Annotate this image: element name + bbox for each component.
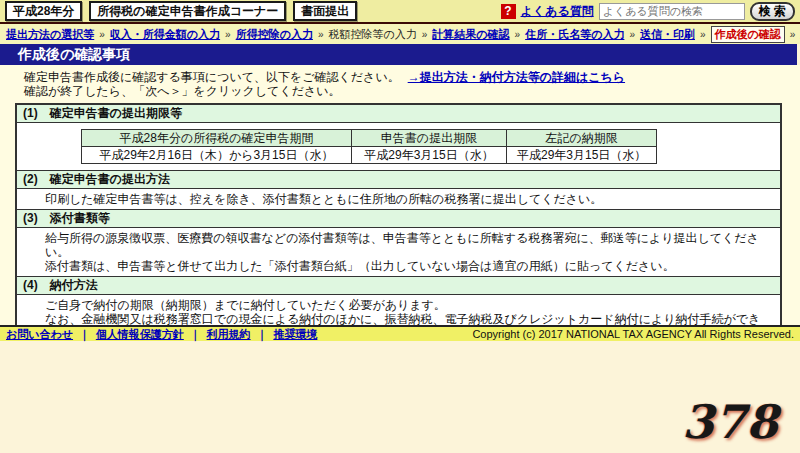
submit-mode-badge: 書面提出 (293, 1, 357, 21)
breadcrumb: 提出方法の選択等 » 収入・所得金額の入力 » 所得控除の入力 » 税額控除等の… (0, 24, 800, 44)
deadline-table-header-cell: 左記の納期限 (507, 130, 657, 147)
deadline-table-value-cell: 平成29年3月15日（水） (507, 147, 657, 164)
section-4-header: (4) 納付方法 (17, 277, 780, 295)
question-mark-icon: ? (501, 4, 516, 19)
breadcrumb-item-deductions[interactable]: 所得控除の入力 (236, 27, 313, 42)
breadcrumb-item-address-name[interactable]: 住所・氏名等の入力 (525, 27, 624, 42)
section-1-number: (1) (23, 107, 38, 120)
intro-line-2: 確認が終了したら、「次へ＞」をクリックしてください。 (24, 84, 800, 98)
breadcrumb-separator: » (422, 29, 428, 40)
breadcrumb-separator: » (700, 29, 706, 40)
section-4-line: ご自身で納付の期限（納期限）までに納付していただく必要があります。 (45, 298, 772, 312)
footer-separator: ｜ (257, 327, 268, 342)
section-4-line: なお、金融機関又は税務署窓口での現金による納付のほかに、振替納税、電子納税及びク… (45, 312, 772, 325)
section-2-body: 印刷した確定申告書等は、控えを除き、添付書類とともに住所地の所轄の税務署に提出し… (17, 189, 780, 210)
intro-line-1: 確定申告書作成後に確認する事項について、以下をご確認ください。→提出方法・納付方… (24, 70, 800, 84)
section-1-title: 確定申告書の提出期限等 (50, 107, 182, 120)
footer-separator: ｜ (79, 327, 90, 342)
breadcrumb-separator: » (225, 29, 231, 40)
footer-bar: お問い合わせ ｜ 個人情報保護方針 ｜ 利用規約 ｜ 推奨環境 Copyrigh… (0, 325, 800, 341)
deadline-table-header-cell: 平成28年分の所得税の確定申告期間 (82, 130, 352, 147)
footer-link-privacy-policy[interactable]: 個人情報保護方針 (96, 327, 184, 342)
section-3-body: 給与所得の源泉徴収票、医療費の領収書などの添付書類等は、申告書等とともに所轄する… (17, 228, 780, 277)
breadcrumb-separator: » (629, 29, 635, 40)
table-row: 平成29年2月16日（木）から3月15日（水） 平成29年3月15日（水） 平成… (82, 147, 657, 164)
section-4-body: ご自身で納付の期限（納期限）までに納付していただく必要があります。 なお、金融機… (17, 295, 780, 325)
details-link[interactable]: →提出方法・納付方法等の詳細はこちら (408, 70, 625, 84)
deadline-table-header-cell: 申告書の提出期限 (352, 130, 507, 147)
top-header-bar: 平成28年分 所得税の確定申告書作成コーナー 書面提出 ? よくある質問 検 索 (0, 0, 800, 24)
section-3-line: 添付書類は、申告書等と併せて出力した「添付書類台紙」（出力していない場合は適宜の… (45, 259, 772, 273)
breadcrumb-separator: » (99, 29, 105, 40)
breadcrumb-item-calc-result[interactable]: 計算結果の確認 (432, 27, 509, 42)
page-title: 作成後の確認事項 (0, 44, 797, 65)
footer-link-contact[interactable]: お問い合わせ (6, 327, 73, 342)
breadcrumb-separator: » (515, 29, 521, 40)
search-input[interactable] (599, 3, 745, 20)
deadline-table-value-cell: 平成29年2月16日（木）から3月15日（水） (82, 147, 352, 164)
footer-separator: ｜ (190, 327, 201, 342)
section-4-number: (4) (23, 279, 38, 292)
section-1-body: 平成28年分の所得税の確定申告期間 申告書の提出期限 左記の納期限 平成29年2… (17, 123, 780, 171)
page-bottom-area: 378 (0, 343, 800, 453)
section-3-line: 給与所得の源泉徴収票、医療費の領収書などの添付書類等は、申告書等とともに所轄する… (45, 231, 772, 259)
breadcrumb-separator: » (318, 29, 324, 40)
section-3-title: 添付書類等 (50, 212, 110, 225)
table-row: 平成28年分の所得税の確定申告期間 申告書の提出期限 左記の納期限 (82, 130, 657, 147)
deadline-table: 平成28年分の所得税の確定申告期間 申告書の提出期限 左記の納期限 平成29年2… (81, 129, 657, 164)
section-4-title: 納付方法 (50, 279, 98, 292)
section-3-header: (3) 添付書類等 (17, 210, 780, 228)
deadline-table-value-cell: 平成29年3月15日（水） (352, 147, 507, 164)
breadcrumb-item-tax-credits: 税額控除等の入力 (328, 27, 416, 42)
footer-link-terms[interactable]: 利用規約 (207, 327, 251, 342)
section-3-number: (3) (23, 212, 38, 225)
section-2-title: 確定申告書の提出方法 (50, 173, 170, 186)
copyright-text: Copyright (c) 2017 NATIONAL TAX AGENCY A… (472, 328, 794, 340)
page-number: 378 (682, 399, 778, 445)
section-2-number: (2) (23, 173, 38, 186)
breadcrumb-item-send-print[interactable]: 送信・印刷 (640, 27, 695, 42)
main-content: 確定申告書作成後に確認する事項について、以下をご確認ください。→提出方法・納付方… (0, 65, 800, 325)
faq-link[interactable]: よくある質問 (521, 3, 594, 20)
footer-links: お問い合わせ ｜ 個人情報保護方針 ｜ 利用規約 ｜ 推奨環境 (6, 327, 317, 342)
section-1-header: (1) 確定申告書の提出期限等 (17, 105, 780, 123)
breadcrumb-item-income-input[interactable]: 収入・所得金額の入力 (110, 27, 220, 42)
faq-search-area: ? よくある質問 検 索 (501, 2, 795, 21)
section-2-header: (2) 確定申告書の提出方法 (17, 171, 780, 189)
section-2-line: 印刷した確定申告書等は、控えを除き、添付書類とともに住所地の所轄の税務署に提出し… (45, 192, 772, 206)
intro-text-1: 確定申告書作成後に確認する事項について、以下をご確認ください。 (24, 70, 400, 84)
breadcrumb-separator: » (790, 29, 796, 40)
breadcrumb-item-post-creation-check-current: 作成後の確認 (711, 26, 785, 43)
confirmation-sections: (1) 確定申告書の提出期限等 平成28年分の所得税の確定申告期間 申告書の提出… (15, 103, 782, 325)
footer-link-recommended-env[interactable]: 推奨環境 (273, 327, 317, 342)
app-title: 所得税の確定申告書作成コーナー (89, 1, 286, 21)
breadcrumb-item-submission-method[interactable]: 提出方法の選択等 (6, 27, 94, 42)
year-badge: 平成28年分 (5, 1, 82, 21)
search-button[interactable]: 検 索 (750, 2, 795, 21)
